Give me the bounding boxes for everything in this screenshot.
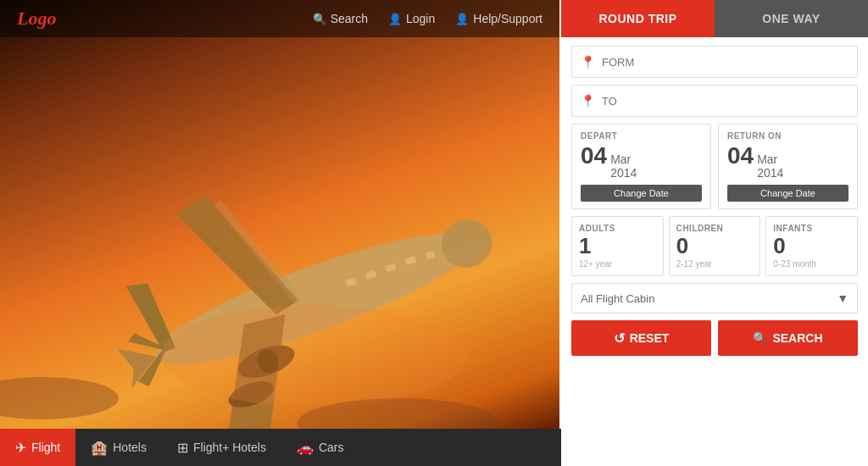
svg-point-18 xyxy=(0,377,119,419)
help-link[interactable]: 👤 Help/Support xyxy=(455,12,542,25)
return-label: RETURN ON xyxy=(727,131,849,141)
infants-label: INFANTS xyxy=(773,224,850,233)
help-icon: 👤 xyxy=(455,13,469,25)
search-button[interactable]: 🔍 SEARCH xyxy=(718,320,858,356)
form-area: 📍 📍 DEPART 04 Mar 2014 Change Date xyxy=(561,37,868,466)
search-icon: 🔍 xyxy=(313,13,326,25)
tab-round-trip[interactable]: ROUND TRIP xyxy=(561,0,715,37)
reset-icon: ↺ xyxy=(614,330,625,347)
passenger-row: ADULTS 1 12+ year CHILDREN 0 2-12 year I… xyxy=(571,216,858,276)
return-change-date-button[interactable]: Change Date xyxy=(727,185,849,202)
return-month-year: Mar 2014 xyxy=(757,153,783,180)
depart-label: DEPART xyxy=(581,131,702,141)
infants-count: 0 xyxy=(773,233,850,259)
children-box: CHILDREN 0 2-12 year xyxy=(669,216,761,276)
right-panel: ROUND TRIP ONE WAY 📍 📍 DEPART 04 Mar xyxy=(561,0,868,466)
return-year: 2014 xyxy=(757,166,783,180)
depart-day: 04 xyxy=(581,144,607,168)
user-icon: 👤 xyxy=(388,13,402,25)
return-value: 04 Mar 2014 xyxy=(727,144,849,180)
nav-links: 🔍 Search 👤 Login 👤 Help/Support xyxy=(313,12,542,25)
from-pin-icon: 📍 xyxy=(581,55,595,69)
adults-count: 1 xyxy=(579,233,656,259)
reset-button[interactable]: ↺ RESET xyxy=(571,320,711,356)
to-input[interactable] xyxy=(602,95,849,108)
infants-sublabel: 0-23 month xyxy=(773,259,850,269)
adults-box: ADULTS 1 12+ year xyxy=(571,216,664,276)
infants-box: INFANTS 0 0-23 month xyxy=(765,216,858,276)
header: Logo 🔍 Search 👤 Login 👤 Help/Support xyxy=(0,0,559,37)
bottom-nav: ✈ Flight 🏨 Hotels ⊞ Flight+ Hotels 🚗 Car… xyxy=(0,429,561,466)
logo: Logo xyxy=(17,8,56,30)
return-day: 04 xyxy=(727,144,754,168)
nav-item-flight-hotels[interactable]: ⊞ Flight+ Hotels xyxy=(162,429,281,466)
cabin-label: All Flight Cabin xyxy=(581,292,837,305)
depart-year: 2014 xyxy=(610,166,637,180)
depart-change-date-button[interactable]: Change Date xyxy=(581,185,702,202)
to-field[interactable]: 📍 xyxy=(571,85,858,117)
tab-one-way[interactable]: ONE WAY xyxy=(715,0,868,37)
login-link[interactable]: 👤 Login xyxy=(388,12,435,25)
search-icon: 🔍 xyxy=(753,331,767,345)
chevron-down-icon: ▼ xyxy=(837,291,849,305)
depart-month-year: Mar 2014 xyxy=(610,153,637,180)
flight-icon: ✈ xyxy=(15,440,26,456)
nav-item-hotels[interactable]: 🏨 Hotels xyxy=(75,429,162,466)
svg-point-17 xyxy=(161,305,466,407)
adults-label: ADULTS xyxy=(579,224,656,233)
flight-hotels-icon: ⊞ xyxy=(177,440,188,456)
nav-item-flight[interactable]: ✈ Flight xyxy=(0,429,75,466)
airplane-illustration xyxy=(0,34,559,432)
cars-icon: 🚗 xyxy=(297,440,314,456)
return-box: RETURN ON 04 Mar 2014 Change Date xyxy=(718,124,858,209)
depart-month: Mar xyxy=(610,153,637,166)
action-row: ↺ RESET 🔍 SEARCH xyxy=(571,320,858,359)
adults-sublabel: 12+ year xyxy=(579,259,656,269)
children-sublabel: 2-12 year xyxy=(676,259,754,269)
depart-value: 04 Mar 2014 xyxy=(581,144,702,180)
children-label: CHILDREN xyxy=(676,224,754,233)
from-input[interactable] xyxy=(602,56,849,69)
background xyxy=(0,0,559,432)
from-field[interactable]: 📍 xyxy=(571,46,858,78)
trip-tabs: ROUND TRIP ONE WAY xyxy=(561,0,868,37)
to-pin-icon: 📍 xyxy=(581,94,595,108)
cabin-dropdown[interactable]: All Flight Cabin ▼ xyxy=(571,283,858,313)
search-link[interactable]: 🔍 Search xyxy=(313,12,368,25)
hotels-icon: 🏨 xyxy=(91,440,108,456)
depart-box: DEPART 04 Mar 2014 Change Date xyxy=(571,124,711,209)
children-count: 0 xyxy=(676,233,754,259)
date-row: DEPART 04 Mar 2014 Change Date RETURN ON… xyxy=(571,124,858,209)
nav-item-cars[interactable]: 🚗 Cars xyxy=(281,429,359,466)
return-month: Mar xyxy=(757,153,783,166)
